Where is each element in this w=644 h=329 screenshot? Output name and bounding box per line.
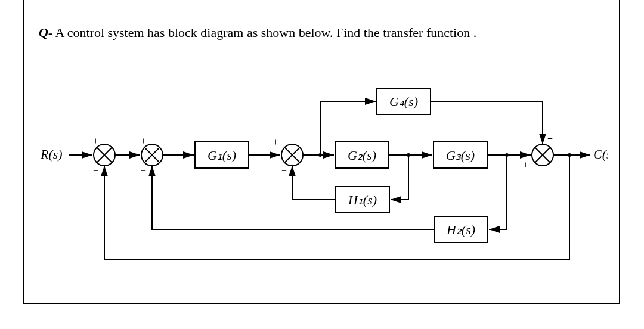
question-prefix: Q- [39,25,52,40]
svg-text:G₄(s): G₄(s) [389,94,418,109]
svg-text:H₂(s): H₂(s) [446,222,475,237]
block-g2: G₂(s) [335,142,389,168]
block-h2: H₂(s) [434,216,488,243]
output-label: C(s) [593,147,608,162]
svg-text:G₃(s): G₃(s) [446,148,475,163]
s1-sign-minus: − [93,166,98,176]
wire-h2-in [489,155,507,229]
s4-sign-plus-top: + [547,134,553,144]
wire-h1-out [292,166,336,200]
block-g4: G₄(s) [377,88,431,114]
block-g3: G₃(s) [434,142,487,168]
svg-text:G₂(s): G₂(s) [348,148,376,163]
s3-sign-minus: − [281,166,287,176]
block-g1: G₁(s) [195,142,249,168]
wire-h1-in [391,155,408,200]
wire-g4-out [431,101,543,144]
s1-sign-plus: + [93,136,98,146]
block-h1: H₁(s) [336,187,389,213]
svg-text:G₁(s): G₁(s) [208,148,236,163]
block-diagram: R(s) + − + − G₁(s) + − G₂(s) [36,66,608,268]
svg-text:H₁(s): H₁(s) [348,193,377,207]
s3-sign-plus: + [273,137,278,147]
s4-sign-plus-left: + [523,160,528,170]
input-label: R(s) [40,147,63,162]
question-body: A control system has block diagram as sh… [52,25,476,40]
s2-sign-plus: + [141,136,146,146]
question-text: Q- A control system has block diagram as… [39,25,476,41]
s2-sign-minus: − [141,166,146,176]
wire-h2-out [152,166,434,229]
